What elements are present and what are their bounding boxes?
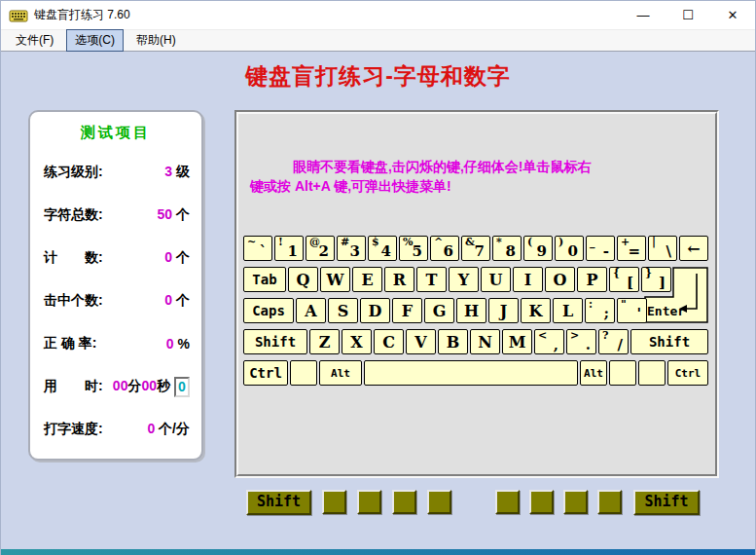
key-f[interactable]: F — [392, 298, 422, 323]
key-shift-left[interactable]: Shift — [243, 329, 307, 354]
key-c[interactable]: C — [374, 329, 404, 354]
key-2[interactable]: @2 — [306, 236, 335, 261]
key-s[interactable]: S — [328, 298, 358, 323]
maximize-button[interactable]: ☐ — [666, 1, 710, 29]
key-equals[interactable]: += — [617, 236, 646, 261]
key-v[interactable]: V — [406, 329, 436, 354]
stat-value: 0 % — [166, 336, 190, 352]
key-r[interactable]: R — [384, 267, 414, 292]
key-9[interactable]: (9 — [523, 236, 553, 261]
stats-panel-title: 测试项目 — [38, 124, 194, 151]
key-quote[interactable]: "' — [617, 298, 647, 323]
key-7[interactable]: &7 — [461, 236, 490, 261]
key-u[interactable]: U — [481, 267, 511, 292]
stat-row: 击中个数:0 个 — [38, 279, 194, 322]
keyboard-row: CtrlAltAltCtrl — [243, 360, 708, 386]
key-semicolon[interactable]: :; — [585, 298, 615, 323]
finger-indicator-button[interactable] — [322, 490, 346, 514]
key-x[interactable]: X — [342, 329, 372, 354]
key-w[interactable]: W — [320, 267, 350, 292]
key-p[interactable]: P — [577, 267, 607, 292]
stat-row: 字符总数:50 个 — [38, 194, 194, 237]
key-shift-right[interactable]: Shift — [630, 329, 708, 354]
finger-indicator-button[interactable] — [529, 490, 554, 514]
keyboard-app-icon — [9, 8, 28, 23]
app-window: 键盘盲打练习 7.60 — ☐ ✕ 文件(F)选项(C)帮助(H) 键盘盲打练习… — [0, 0, 756, 555]
stats-rows: 练习级别:3 级字符总数:50 个计 数:0 个击中个数:0 个正 确 率:0 … — [38, 151, 194, 451]
key-n[interactable]: N — [470, 329, 500, 354]
key-a[interactable]: A — [296, 298, 326, 323]
keyboard-panel: 眼睛不要看键盘,击闪烁的键,仔细体会!单击鼠标右 键或按 Alt+A 键,可弹出… — [234, 110, 719, 478]
key-d[interactable]: D — [360, 298, 390, 323]
key-menu-key[interactable] — [638, 360, 666, 386]
right-shift-indicator-button[interactable]: Shift — [633, 490, 700, 515]
key-l[interactable]: L — [553, 298, 583, 323]
key-win-right[interactable] — [609, 360, 636, 386]
key-k[interactable]: K — [521, 298, 551, 323]
key-m[interactable]: M — [502, 329, 532, 354]
key-3[interactable]: #3 — [337, 236, 366, 261]
key-space[interactable] — [364, 360, 578, 386]
key-backspace[interactable]: ← — [679, 236, 708, 261]
key-caps[interactable]: Caps — [243, 298, 294, 323]
key-6[interactable]: ^6 — [430, 236, 459, 261]
menu-item-help[interactable]: 帮助(H) — [127, 29, 185, 52]
virtual-keyboard: Enter ~`!1@2#3$4%5^6&7*8(9)0_-+=|\←TabQW… — [243, 236, 708, 386]
finger-indicator-button[interactable] — [392, 490, 416, 514]
key-backquote[interactable]: ~` — [243, 236, 272, 261]
key-minus[interactable]: _- — [586, 236, 615, 261]
key-ctrl-left[interactable]: Ctrl — [243, 360, 288, 386]
key-0[interactable]: )0 — [555, 236, 584, 261]
window-title: 键盘盲打练习 7.60 — [34, 7, 130, 23]
key-bracket-left[interactable]: {[ — [609, 267, 639, 292]
menu-item-file[interactable]: 文件(F) — [7, 29, 62, 52]
key-t[interactable]: T — [416, 267, 447, 292]
title-bar: 键盘盲打练习 7.60 — ☐ ✕ — [1, 1, 755, 30]
keyboard-row: ShiftZXCVBNM<,>.?/Shift — [243, 329, 708, 354]
minimize-button[interactable]: — — [621, 1, 666, 29]
left-shift-indicator-button[interactable]: Shift — [246, 490, 311, 515]
key-period[interactable]: >. — [566, 329, 596, 354]
key-h[interactable]: H — [456, 298, 486, 323]
key-5[interactable]: %5 — [399, 236, 428, 261]
key-backslash[interactable]: |\ — [648, 236, 677, 261]
key-e[interactable]: E — [352, 267, 382, 292]
instruction-line-1: 眼睛不要看键盘,击闪烁的键,仔细体会!单击鼠标右 — [250, 157, 707, 176]
finger-indicator-button[interactable] — [495, 490, 520, 514]
stat-row: 计 数:0 个 — [38, 237, 194, 279]
menu-bar: 文件(F)选项(C)帮助(H) — [1, 30, 755, 52]
key-ctrl-right[interactable]: Ctrl — [667, 360, 708, 386]
key-j[interactable]: J — [488, 298, 519, 323]
key-4[interactable]: $4 — [368, 236, 397, 261]
timer-tick-box: 0 — [174, 377, 190, 397]
key-z[interactable]: Z — [309, 329, 340, 354]
key-alt-left[interactable]: Alt — [319, 360, 362, 386]
key-alt-right[interactable]: Alt — [580, 360, 607, 386]
key-y[interactable]: Y — [449, 267, 479, 292]
finger-indicator-button[interactable] — [357, 490, 381, 514]
key-o[interactable]: O — [545, 267, 575, 292]
key-b[interactable]: B — [438, 329, 468, 354]
key-q[interactable]: Q — [288, 267, 318, 292]
key-i[interactable]: I — [513, 267, 543, 292]
menu-item-options[interactable]: 选项(C) — [66, 29, 124, 52]
test-stats-panel: 测试项目 练习级别:3 级字符总数:50 个计 数:0 个击中个数:0 个正 确… — [28, 110, 203, 461]
window-controls: — ☐ ✕ — [621, 1, 755, 29]
finger-indicator-button[interactable] — [427, 490, 451, 514]
key-win-left[interactable] — [290, 360, 317, 386]
stat-value: 50 个 — [158, 206, 190, 224]
instruction-text: 眼睛不要看键盘,击闪烁的键,仔细体会!单击鼠标右 键或按 Alt+A 键,可弹出… — [250, 157, 707, 196]
key-1[interactable]: !1 — [274, 236, 304, 261]
finger-indicator-button[interactable] — [597, 490, 622, 514]
key-comma[interactable]: <, — [534, 329, 564, 354]
stat-label: 练习级别: — [44, 164, 103, 181]
keyboard-row: ~`!1@2#3$4%5^6&7*8(9)0_-+=|\← — [243, 236, 708, 261]
finger-indicator-button[interactable] — [563, 490, 588, 514]
key-8[interactable]: *8 — [492, 236, 522, 261]
key-slash[interactable]: ?/ — [598, 329, 629, 354]
key-g[interactable]: G — [424, 298, 454, 323]
key-bracket-right[interactable]: }] — [641, 267, 671, 292]
main-area: 键盘盲打练习-字母和数字 测试项目 练习级别:3 级字符总数:50 个计 数:0… — [1, 52, 755, 555]
key-tab[interactable]: Tab — [243, 267, 286, 292]
close-button[interactable]: ✕ — [710, 1, 755, 29]
